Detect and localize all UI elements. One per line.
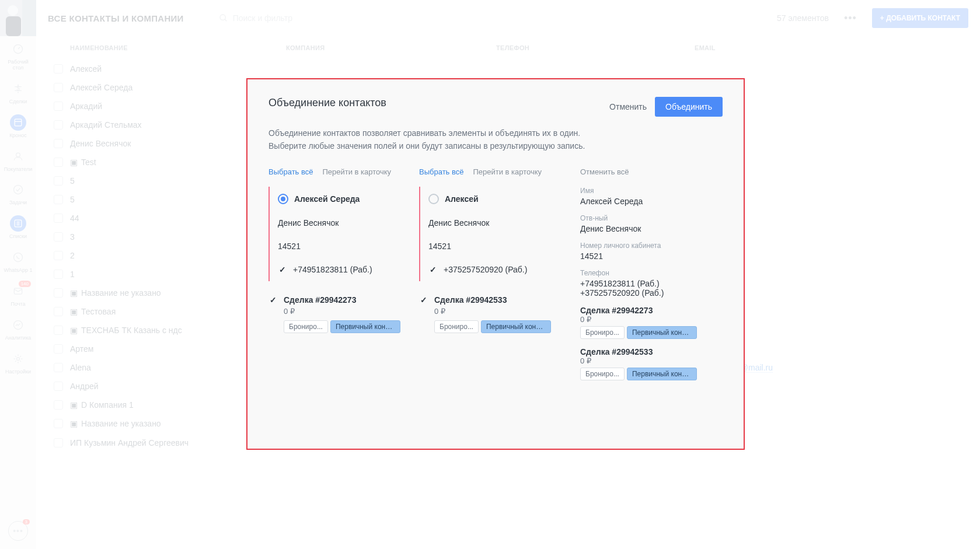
row-checkbox[interactable] — [54, 419, 63, 428]
col-name[interactable]: НАИМЕНОВАНИЕ — [70, 44, 286, 51]
nav-lists[interactable]: Списки — [0, 211, 36, 244]
row-name: Алексей — [70, 64, 270, 74]
row-checkbox[interactable] — [54, 232, 63, 242]
result-deal2-price: 0 ₽ — [580, 356, 706, 365]
row-checkbox[interactable] — [54, 307, 63, 316]
row-checkbox[interactable] — [54, 270, 63, 279]
radio-name-2[interactable] — [428, 194, 439, 204]
result-tag-blue-1: Первичный конта... — [627, 326, 697, 339]
row-checkbox[interactable] — [54, 83, 63, 92]
row-name: Alena — [70, 363, 270, 372]
add-contact-button[interactable]: + ДОБАВИТЬ КОНТАКТ — [872, 8, 968, 28]
deal-title-2: Сделка #29942533 — [434, 295, 551, 305]
nav-settings[interactable]: Настройки — [0, 346, 36, 380]
row-name: ▣D Компания 1 — [70, 400, 270, 410]
search-icon — [219, 13, 228, 23]
row-checkbox[interactable] — [54, 195, 63, 204]
row-checkbox[interactable] — [54, 64, 63, 74]
nav-tasks[interactable]: Задачи — [0, 177, 36, 211]
tasks-icon — [10, 181, 26, 198]
nav-dashboard[interactable]: Рабочийстол — [0, 36, 36, 76]
result-resp-label: Отв-ный — [580, 214, 706, 222]
avatar[interactable] — [0, 0, 36, 36]
row-checkbox[interactable] — [54, 382, 63, 391]
row-checkbox[interactable] — [54, 176, 63, 186]
topbar: ВСЕ КОНТАКТЫ И КОМПАНИИ 57 элементов •••… — [36, 0, 980, 36]
select-all-link-2[interactable]: Выбрать всё — [419, 167, 463, 176]
modal-title: Объединение контактов — [268, 97, 386, 109]
search-input[interactable] — [233, 13, 350, 23]
row-name: 5 — [70, 195, 270, 204]
row-checkbox[interactable] — [54, 158, 63, 167]
col-phone[interactable]: ТЕЛЕФОН — [496, 44, 695, 51]
result-deal2-title: Сделка #29942533 — [580, 347, 706, 356]
select-all-link[interactable]: Выбрать всё — [268, 167, 313, 176]
check-phone-2[interactable]: ✓ — [428, 265, 438, 274]
responsible-2[interactable]: Денис Веснячок — [428, 211, 563, 235]
responsible-1[interactable]: Денис Веснячок — [278, 211, 412, 235]
goto-card-link[interactable]: Перейти в карточку — [322, 167, 391, 176]
row-checkbox[interactable] — [54, 400, 63, 410]
result-deal1-price: 0 ₽ — [580, 315, 706, 324]
nav-mail[interactable]: 140Почта — [0, 278, 36, 312]
cabinet-1[interactable]: 14521 — [278, 235, 412, 258]
row-checkbox[interactable] — [54, 438, 63, 447]
row-checkbox[interactable] — [54, 288, 63, 298]
buyers-icon — [10, 148, 26, 165]
row-checkbox[interactable] — [54, 251, 63, 260]
table-header: НАИМЕНОВАНИЕ КОМПАНИЯ ТЕЛЕФОН EMAIL — [36, 36, 980, 60]
nav-label: WhatsApp 1 — [4, 268, 32, 274]
row-name: ▣ТЕХСНАБ ТК Казань с ндс — [70, 326, 270, 335]
row-name: Артем — [70, 344, 270, 354]
nav-analytics[interactable]: Аналитика — [0, 312, 36, 346]
name-value-2: Алексей — [445, 194, 479, 204]
tag-blue-2: Первичный конта... — [481, 320, 551, 333]
chat-bubble[interactable]: ••• 3 — [8, 521, 28, 541]
svg-point-9 — [14, 186, 23, 194]
col-email[interactable]: EMAIL — [695, 44, 962, 51]
result-deal1-title: Сделка #29942273 — [580, 306, 706, 315]
phone-2: +375257520920 (Раб.) — [444, 265, 527, 274]
result-cabinet-label: Номер личного кабинета — [580, 242, 706, 250]
row-checkbox[interactable] — [54, 139, 63, 148]
col-company[interactable]: КОМПАНИЯ — [286, 44, 496, 51]
check-deal-1[interactable]: ✓ — [268, 295, 278, 305]
deal-title-1: Сделка #29942273 — [284, 295, 400, 305]
nav-deals[interactable]: $Сделки — [0, 76, 36, 110]
nav-label: Задачи — [9, 200, 27, 206]
table-row[interactable]: Алексей — [36, 60, 980, 78]
deals-icon: $ — [10, 81, 26, 97]
row-name: 3 — [70, 232, 270, 242]
page-title: ВСЕ КОНТАКТЫ И КОМПАНИИ — [48, 13, 184, 23]
svg-point-1 — [8, 5, 18, 16]
check-deal-2[interactable]: ✓ — [419, 295, 428, 305]
svg-point-8 — [16, 153, 20, 157]
goto-card-link-2[interactable]: Перейти в карточку — [473, 167, 542, 176]
row-checkbox[interactable] — [54, 102, 63, 111]
radio-name-1[interactable] — [278, 194, 288, 204]
row-checkbox[interactable] — [54, 363, 63, 372]
cancel-button[interactable]: Отменить — [609, 102, 647, 111]
result-name: Алексей Середа — [580, 197, 706, 206]
nav-buyers[interactable]: Покупатели — [0, 144, 36, 177]
nav-whatsapp[interactable]: WhatsApp 1 — [0, 244, 36, 278]
result-name-label: Имя — [580, 187, 706, 195]
cabinet-2[interactable]: 14521 — [428, 235, 563, 258]
sidebar: Рабочийстол$СделкиКроносПокупателиЗадачи… — [0, 0, 36, 549]
row-checkbox[interactable] — [54, 120, 63, 130]
row-checkbox[interactable] — [54, 344, 63, 354]
check-phone-1[interactable]: ✓ — [278, 265, 287, 274]
merge-result-column: Отменить всё Имя Алексей Середа Отв-ный … — [570, 167, 713, 389]
row-name: ▣Test — [70, 158, 270, 167]
merge-button[interactable]: Объединить — [655, 97, 723, 117]
nav-label: Сделки — [9, 99, 27, 105]
row-name: 1 — [70, 270, 270, 279]
row-checkbox[interactable] — [54, 214, 63, 223]
row-name: Денис Веснячок — [70, 139, 270, 148]
row-checkbox[interactable] — [54, 326, 63, 335]
nav-kronos[interactable]: Кронос — [0, 110, 36, 144]
phone-1: +74951823811 (Раб.) — [293, 265, 372, 274]
cancel-all-link[interactable]: Отменить всё — [580, 167, 629, 176]
header-menu[interactable]: ••• — [841, 12, 860, 25]
building-icon: ▣ — [70, 288, 78, 298]
